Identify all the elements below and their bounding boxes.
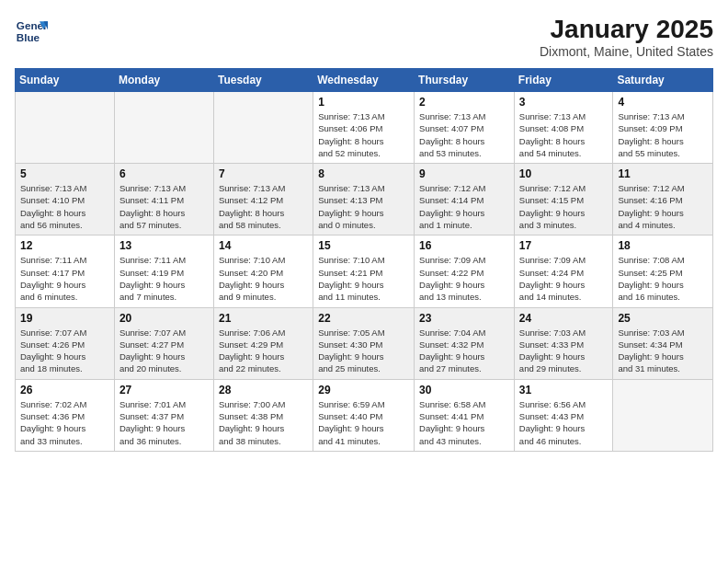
day-number: 13 — [119, 239, 209, 252]
table-row: 9Sunrise: 7:12 AM Sunset: 4:14 PM Daylig… — [415, 164, 515, 236]
day-info: Sunrise: 7:11 AM Sunset: 4:19 PM Dayligh… — [119, 254, 209, 303]
day-info: Sunrise: 7:13 AM Sunset: 4:12 PM Dayligh… — [219, 182, 308, 231]
table-row: 15Sunrise: 7:10 AM Sunset: 4:21 PM Dayli… — [313, 236, 415, 307]
col-sunday: Sunday — [16, 69, 115, 92]
table-row — [613, 379, 713, 451]
calendar-week-row: 26Sunrise: 7:02 AM Sunset: 4:36 PM Dayli… — [16, 379, 713, 451]
day-info: Sunrise: 6:56 AM Sunset: 4:43 PM Dayligh… — [519, 398, 609, 447]
day-info: Sunrise: 6:59 AM Sunset: 4:40 PM Dayligh… — [318, 398, 409, 447]
table-row: 18Sunrise: 7:08 AM Sunset: 4:25 PM Dayli… — [613, 236, 713, 307]
day-number: 23 — [419, 312, 509, 325]
day-number: 27 — [119, 384, 209, 396]
day-info: Sunrise: 7:04 AM Sunset: 4:32 PM Dayligh… — [419, 327, 509, 375]
day-info: Sunrise: 7:08 AM Sunset: 4:25 PM Dayligh… — [618, 254, 708, 303]
day-number: 31 — [519, 384, 609, 396]
col-tuesday: Tuesday — [213, 69, 313, 92]
day-number: 29 — [318, 384, 409, 396]
day-info: Sunrise: 7:09 AM Sunset: 4:22 PM Dayligh… — [419, 254, 509, 303]
table-row: 23Sunrise: 7:04 AM Sunset: 4:32 PM Dayli… — [415, 307, 515, 379]
day-number: 7 — [219, 167, 308, 180]
table-row: 11Sunrise: 7:12 AM Sunset: 4:16 PM Dayli… — [613, 164, 713, 236]
title-block: January 2025 Dixmont, Maine, United Stat… — [540, 15, 713, 59]
day-info: Sunrise: 7:13 AM Sunset: 4:11 PM Dayligh… — [119, 182, 209, 231]
day-number: 2 — [419, 96, 509, 109]
day-number: 1 — [318, 96, 409, 109]
day-info: Sunrise: 7:03 AM Sunset: 4:33 PM Dayligh… — [519, 327, 609, 375]
day-number: 10 — [519, 167, 609, 180]
table-row: 4Sunrise: 7:13 AM Sunset: 4:09 PM Daylig… — [613, 92, 713, 164]
table-row — [114, 92, 213, 164]
table-row: 31Sunrise: 6:56 AM Sunset: 4:43 PM Dayli… — [514, 379, 613, 451]
day-number: 22 — [318, 312, 409, 325]
day-number: 17 — [519, 239, 609, 252]
table-row: 3Sunrise: 7:13 AM Sunset: 4:08 PM Daylig… — [514, 92, 613, 164]
day-number: 18 — [618, 239, 708, 252]
day-info: Sunrise: 7:06 AM Sunset: 4:29 PM Dayligh… — [219, 327, 308, 375]
table-row: 28Sunrise: 7:00 AM Sunset: 4:38 PM Dayli… — [213, 379, 313, 451]
day-info: Sunrise: 7:13 AM Sunset: 4:08 PM Dayligh… — [519, 110, 609, 159]
day-number: 30 — [419, 384, 509, 396]
table-row: 17Sunrise: 7:09 AM Sunset: 4:24 PM Dayli… — [514, 236, 613, 307]
table-row — [16, 92, 115, 164]
day-number: 20 — [119, 312, 209, 325]
day-info: Sunrise: 7:11 AM Sunset: 4:17 PM Dayligh… — [20, 254, 109, 303]
table-row: 27Sunrise: 7:01 AM Sunset: 4:37 PM Dayli… — [114, 379, 213, 451]
day-number: 21 — [219, 312, 308, 325]
day-info: Sunrise: 6:58 AM Sunset: 4:41 PM Dayligh… — [419, 398, 509, 447]
day-info: Sunrise: 7:03 AM Sunset: 4:34 PM Dayligh… — [618, 327, 708, 375]
day-number: 8 — [318, 167, 409, 180]
logo: General Blue — [15, 15, 48, 48]
day-number: 6 — [119, 167, 209, 180]
day-info: Sunrise: 7:10 AM Sunset: 4:20 PM Dayligh… — [219, 254, 308, 303]
table-row: 10Sunrise: 7:12 AM Sunset: 4:15 PM Dayli… — [514, 164, 613, 236]
day-info: Sunrise: 7:07 AM Sunset: 4:27 PM Dayligh… — [119, 327, 209, 375]
day-number: 11 — [618, 167, 708, 180]
day-info: Sunrise: 7:13 AM Sunset: 4:06 PM Dayligh… — [318, 110, 409, 159]
logo-icon: General Blue — [15, 15, 48, 48]
day-number: 4 — [618, 96, 708, 109]
day-info: Sunrise: 7:12 AM Sunset: 4:16 PM Dayligh… — [618, 182, 708, 231]
day-number: 15 — [318, 239, 409, 252]
day-number: 16 — [419, 239, 509, 252]
calendar: Sunday Monday Tuesday Wednesday Thursday… — [15, 68, 713, 452]
page-subtitle: Dixmont, Maine, United States — [540, 44, 713, 59]
day-info: Sunrise: 7:12 AM Sunset: 4:14 PM Dayligh… — [419, 182, 509, 231]
calendar-week-row: 19Sunrise: 7:07 AM Sunset: 4:26 PM Dayli… — [16, 307, 713, 379]
table-row — [213, 92, 313, 164]
table-row: 25Sunrise: 7:03 AM Sunset: 4:34 PM Dayli… — [613, 307, 713, 379]
day-info: Sunrise: 7:05 AM Sunset: 4:30 PM Dayligh… — [318, 327, 409, 375]
table-row: 8Sunrise: 7:13 AM Sunset: 4:13 PM Daylig… — [313, 164, 415, 236]
table-row: 29Sunrise: 6:59 AM Sunset: 4:40 PM Dayli… — [313, 379, 415, 451]
day-info: Sunrise: 7:12 AM Sunset: 4:15 PM Dayligh… — [519, 182, 609, 231]
table-row: 1Sunrise: 7:13 AM Sunset: 4:06 PM Daylig… — [313, 92, 415, 164]
table-row: 26Sunrise: 7:02 AM Sunset: 4:36 PM Dayli… — [16, 379, 115, 451]
day-info: Sunrise: 7:00 AM Sunset: 4:38 PM Dayligh… — [219, 398, 308, 447]
table-row: 12Sunrise: 7:11 AM Sunset: 4:17 PM Dayli… — [16, 236, 115, 307]
day-info: Sunrise: 7:01 AM Sunset: 4:37 PM Dayligh… — [119, 398, 209, 447]
table-row: 2Sunrise: 7:13 AM Sunset: 4:07 PM Daylig… — [415, 92, 515, 164]
col-wednesday: Wednesday — [313, 69, 415, 92]
col-thursday: Thursday — [415, 69, 515, 92]
table-row: 22Sunrise: 7:05 AM Sunset: 4:30 PM Dayli… — [313, 307, 415, 379]
table-row: 20Sunrise: 7:07 AM Sunset: 4:27 PM Dayli… — [114, 307, 213, 379]
day-info: Sunrise: 7:13 AM Sunset: 4:09 PM Dayligh… — [618, 110, 708, 159]
calendar-week-row: 12Sunrise: 7:11 AM Sunset: 4:17 PM Dayli… — [16, 236, 713, 307]
col-monday: Monday — [114, 69, 213, 92]
day-number: 14 — [219, 239, 308, 252]
day-info: Sunrise: 7:02 AM Sunset: 4:36 PM Dayligh… — [20, 398, 109, 447]
svg-text:Blue: Blue — [17, 31, 40, 43]
day-number: 25 — [618, 312, 708, 325]
day-number: 28 — [219, 384, 308, 396]
col-friday: Friday — [514, 69, 613, 92]
table-row: 5Sunrise: 7:13 AM Sunset: 4:10 PM Daylig… — [16, 164, 115, 236]
calendar-header-row: Sunday Monday Tuesday Wednesday Thursday… — [16, 69, 713, 92]
table-row: 19Sunrise: 7:07 AM Sunset: 4:26 PM Dayli… — [16, 307, 115, 379]
day-info: Sunrise: 7:07 AM Sunset: 4:26 PM Dayligh… — [20, 327, 109, 375]
day-number: 24 — [519, 312, 609, 325]
table-row: 21Sunrise: 7:06 AM Sunset: 4:29 PM Dayli… — [213, 307, 313, 379]
table-row: 6Sunrise: 7:13 AM Sunset: 4:11 PM Daylig… — [114, 164, 213, 236]
day-number: 9 — [419, 167, 509, 180]
calendar-week-row: 1Sunrise: 7:13 AM Sunset: 4:06 PM Daylig… — [16, 92, 713, 164]
table-row: 16Sunrise: 7:09 AM Sunset: 4:22 PM Dayli… — [415, 236, 515, 307]
calendar-week-row: 5Sunrise: 7:13 AM Sunset: 4:10 PM Daylig… — [16, 164, 713, 236]
